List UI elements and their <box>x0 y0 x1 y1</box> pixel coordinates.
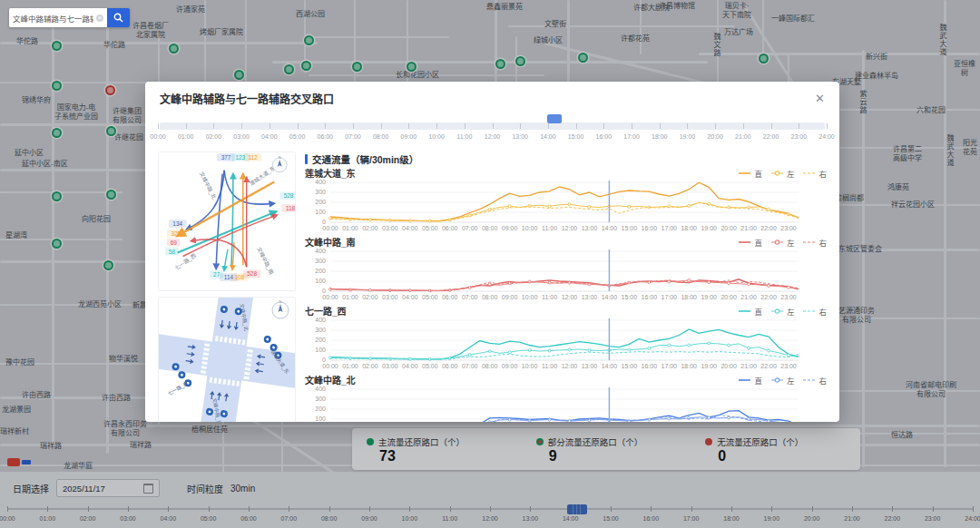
x-axis-label: 01:00 <box>342 225 358 231</box>
legend-item-直[interactable]: 直 <box>739 306 762 317</box>
x-axis-label: 00:00 <box>322 294 338 300</box>
legend-item-左[interactable]: 左 <box>771 306 795 317</box>
x-axis-label: 13:00 <box>582 294 598 300</box>
legend-item-左[interactable]: 左 <box>771 237 795 248</box>
traffic-chart: 莲城大道_东直左右400300200100000:0001:0002:0003:… <box>305 166 827 234</box>
axis-label: 24:00 <box>818 133 835 140</box>
axis-label: 03:00 <box>233 133 250 140</box>
x-axis-label: 13:00 <box>582 363 598 369</box>
x-axis-label: 11:00 <box>542 294 557 300</box>
x-axis-label: 10:00 <box>522 225 538 231</box>
x-axis-label: 20:00 <box>720 294 737 300</box>
traffic-chart: 七一路_西直左右400300200100000:0001:0002:0003:0… <box>305 304 827 372</box>
x-axis-label: 06:00 <box>442 363 458 369</box>
chart-svg <box>328 180 800 225</box>
axis-label: 14:00 <box>540 133 556 140</box>
x-axis-label: 23:00 <box>780 225 797 231</box>
svg-text:112: 112 <box>249 154 259 161</box>
search-input[interactable]: 文峰中路辅路与七一路辅路交 × <box>9 8 107 27</box>
x-axis-label: 15:00 <box>622 363 638 369</box>
x-axis-label: 09:00 <box>502 225 518 231</box>
search-button[interactable] <box>107 8 130 27</box>
axis-label: 13:00 <box>512 133 528 140</box>
legend-item-直[interactable]: 直 <box>739 237 762 248</box>
legend-line-icon <box>771 239 784 246</box>
chart-svg <box>328 318 800 363</box>
x-axis-label: 22:00 <box>760 225 777 231</box>
x-axis-label: 05:00 <box>422 294 438 300</box>
x-axis-label: 18:00 <box>681 225 697 231</box>
chart-legend: 直左右 <box>739 375 827 386</box>
y-axis-label: 200 <box>306 199 326 205</box>
x-axis-label: 19:00 <box>701 225 717 231</box>
svg-text:58: 58 <box>169 249 176 255</box>
chart-legend: 直左右 <box>739 237 827 248</box>
y-axis-label: 400 <box>306 248 326 254</box>
series-右 <box>330 202 799 221</box>
y-axis-label: 100 <box>306 347 326 353</box>
x-axis-label: 10:00 <box>522 294 538 300</box>
axis-label: 01:00 <box>178 133 194 140</box>
x-axis-label: 08:00 <box>482 225 498 231</box>
x-axis-label: 03:00 <box>382 363 398 369</box>
slider-handle[interactable] <box>547 114 562 123</box>
chart-plot: 4003002001000 <box>328 249 800 294</box>
axis-tick <box>520 123 521 129</box>
legend-line-icon <box>771 376 784 384</box>
legend-item-直[interactable]: 直 <box>739 375 762 386</box>
x-axis-label: 16:00 <box>642 363 658 369</box>
axis-label: 21:00 <box>735 133 751 140</box>
legend-item-右[interactable]: 右 <box>803 306 827 317</box>
legend-item-右[interactable]: 右 <box>803 237 827 248</box>
axis-tick <box>576 123 577 129</box>
time-slider[interactable]: 00:0001:0002:0003:0004:0005:0006:0007:00… <box>158 115 827 150</box>
axis-label: 18:00 <box>652 133 668 140</box>
legend-item-左[interactable]: 左 <box>771 168 795 179</box>
axis-tick <box>465 123 466 129</box>
y-axis-label: 100 <box>306 209 326 215</box>
svg-text:134: 134 <box>172 220 182 227</box>
legend-line-icon <box>803 170 816 177</box>
legend-item-直[interactable]: 直 <box>739 168 762 179</box>
close-icon[interactable]: ✕ <box>815 93 825 104</box>
legend-item-右[interactable]: 右 <box>803 375 827 386</box>
flow-value-chip: 528 <box>279 191 295 200</box>
x-axis-label: 09:00 <box>502 294 518 300</box>
legend-item-右[interactable]: 右 <box>803 168 827 179</box>
section-header: 交通流量（辆/30min级） <box>305 152 827 166</box>
charts-column: 交通流量（辆/30min级） 莲城大道_东直左右400300200100000:… <box>305 152 827 422</box>
y-axis-label: 300 <box>306 396 326 402</box>
x-axis-label: 09:00 <box>502 363 518 369</box>
x-axis-label: 07:00 <box>462 363 478 369</box>
clear-icon[interactable]: × <box>96 15 103 22</box>
x-axis-label: 02:00 <box>362 363 378 369</box>
flow-value-chip: 325 <box>167 230 185 238</box>
svg-text:69: 69 <box>171 240 178 246</box>
axis-tick <box>186 123 187 129</box>
legend-item-左[interactable]: 左 <box>771 375 795 386</box>
x-axis-label: 03:00 <box>382 225 398 231</box>
chart-svg <box>328 386 800 422</box>
search-icon <box>113 13 123 23</box>
x-axis-label: 21:00 <box>740 225 757 231</box>
y-axis-label: 200 <box>306 406 326 412</box>
y-axis-label: 400 <box>306 386 326 392</box>
x-axis-label: 18:00 <box>681 363 697 369</box>
chart-title: 莲城大道_东 <box>305 166 356 180</box>
intersection-detail-modal: 文峰中路辅路与七一路辅路交叉路口 ✕ 00:0001:0002:0003:000… <box>145 82 839 422</box>
svg-text:377: 377 <box>221 154 231 161</box>
flow-value-chip: 112 <box>244 153 262 161</box>
legend-line-icon <box>739 239 751 246</box>
legend-line-icon <box>803 376 816 384</box>
chart-plot: 4003002001000 <box>328 318 800 363</box>
charts-area: 莲城大道_东直左右400300200100000:0001:0002:0003:… <box>305 166 827 422</box>
x-axis-label: 18:00 <box>681 294 697 300</box>
x-axis-label: 10:00 <box>522 363 538 369</box>
svg-text:528: 528 <box>247 270 257 277</box>
axis-label: 11:00 <box>456 133 472 140</box>
compass-icon: N <box>272 299 289 318</box>
axis-tick <box>827 123 828 129</box>
axis-label: 08:00 <box>373 133 389 140</box>
x-axis-label: 23:00 <box>780 363 797 369</box>
x-axis-label: 01:00 <box>342 363 358 369</box>
